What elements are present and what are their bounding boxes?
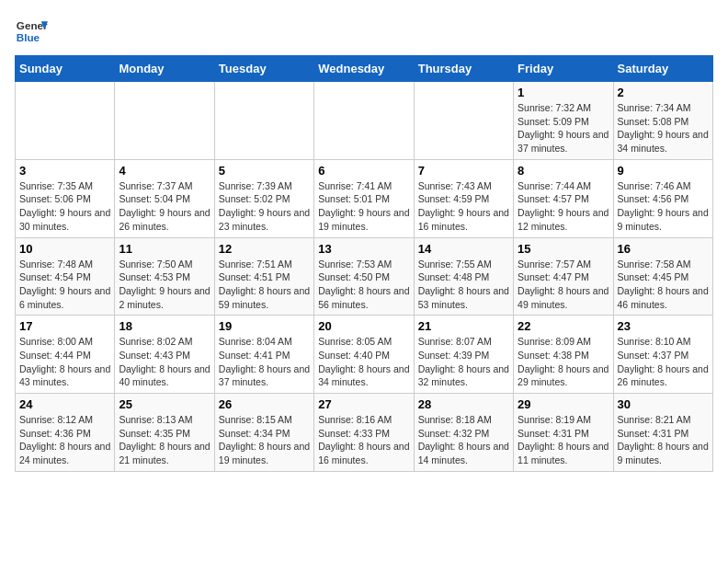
day-info: Sunrise: 7:50 AM Sunset: 4:53 PM Dayligh… bbox=[119, 258, 210, 312]
day-info: Sunrise: 7:58 AM Sunset: 4:45 PM Dayligh… bbox=[618, 258, 709, 312]
day-info: Sunrise: 8:07 AM Sunset: 4:39 PM Dayligh… bbox=[418, 335, 509, 389]
day-cell bbox=[314, 82, 414, 160]
day-cell: 5Sunrise: 7:39 AM Sunset: 5:02 PM Daylig… bbox=[214, 159, 313, 237]
header-row: SundayMondayTuesdayWednesdayThursdayFrid… bbox=[16, 56, 713, 82]
day-number: 3 bbox=[19, 164, 110, 178]
day-info: Sunrise: 7:48 AM Sunset: 4:54 PM Dayligh… bbox=[19, 258, 110, 312]
day-cell: 7Sunrise: 7:43 AM Sunset: 4:59 PM Daylig… bbox=[414, 159, 513, 237]
day-cell: 21Sunrise: 8:07 AM Sunset: 4:39 PM Dayli… bbox=[414, 316, 513, 394]
day-cell bbox=[214, 82, 313, 160]
day-cell: 26Sunrise: 8:15 AM Sunset: 4:34 PM Dayli… bbox=[214, 394, 313, 472]
day-number: 1 bbox=[518, 86, 609, 99]
day-info: Sunrise: 8:15 AM Sunset: 4:34 PM Dayligh… bbox=[219, 413, 310, 467]
page-header: General Blue bbox=[15, 15, 713, 48]
day-number: 17 bbox=[19, 319, 110, 333]
header-sunday: Sunday bbox=[16, 56, 115, 82]
day-number: 12 bbox=[219, 242, 310, 256]
day-cell: 12Sunrise: 7:51 AM Sunset: 4:51 PM Dayli… bbox=[214, 237, 313, 316]
day-number: 7 bbox=[418, 164, 509, 178]
day-number: 21 bbox=[418, 319, 509, 333]
day-number: 23 bbox=[618, 319, 709, 333]
day-number: 14 bbox=[418, 242, 509, 256]
day-cell: 25Sunrise: 8:13 AM Sunset: 4:35 PM Dayli… bbox=[115, 394, 214, 472]
header-friday: Friday bbox=[514, 56, 613, 82]
day-info: Sunrise: 8:12 AM Sunset: 4:36 PM Dayligh… bbox=[19, 413, 110, 467]
day-number: 29 bbox=[518, 397, 609, 411]
day-info: Sunrise: 7:55 AM Sunset: 4:48 PM Dayligh… bbox=[418, 258, 509, 312]
day-cell: 29Sunrise: 8:19 AM Sunset: 4:31 PM Dayli… bbox=[514, 394, 613, 472]
day-info: Sunrise: 8:04 AM Sunset: 4:41 PM Dayligh… bbox=[219, 335, 310, 389]
day-number: 11 bbox=[119, 242, 210, 256]
day-cell: 18Sunrise: 8:02 AM Sunset: 4:43 PM Dayli… bbox=[115, 316, 214, 394]
day-info: Sunrise: 7:34 AM Sunset: 5:08 PM Dayligh… bbox=[618, 101, 709, 155]
day-number: 9 bbox=[618, 164, 709, 178]
day-cell: 14Sunrise: 7:55 AM Sunset: 4:48 PM Dayli… bbox=[414, 237, 513, 316]
day-number: 8 bbox=[518, 164, 609, 178]
day-cell: 28Sunrise: 8:18 AM Sunset: 4:32 PM Dayli… bbox=[414, 394, 513, 472]
header-thursday: Thursday bbox=[414, 56, 513, 82]
day-info: Sunrise: 8:02 AM Sunset: 4:43 PM Dayligh… bbox=[119, 335, 210, 389]
day-cell: 16Sunrise: 7:58 AM Sunset: 4:45 PM Dayli… bbox=[613, 237, 712, 316]
day-info: Sunrise: 8:13 AM Sunset: 4:35 PM Dayligh… bbox=[119, 413, 210, 467]
day-number: 10 bbox=[19, 242, 110, 256]
day-number: 26 bbox=[219, 397, 310, 411]
day-number: 25 bbox=[119, 397, 210, 411]
day-number: 22 bbox=[518, 319, 609, 333]
week-row-1: 1Sunrise: 7:32 AM Sunset: 5:09 PM Daylig… bbox=[16, 82, 713, 160]
day-number: 4 bbox=[119, 164, 210, 178]
day-number: 24 bbox=[19, 397, 110, 411]
day-cell: 19Sunrise: 8:04 AM Sunset: 4:41 PM Dayli… bbox=[214, 316, 313, 394]
day-info: Sunrise: 8:16 AM Sunset: 4:33 PM Dayligh… bbox=[318, 413, 409, 467]
day-number: 18 bbox=[119, 319, 210, 333]
logo-icon: General Blue bbox=[15, 15, 48, 48]
day-info: Sunrise: 7:57 AM Sunset: 4:47 PM Dayligh… bbox=[518, 258, 609, 312]
day-cell bbox=[414, 82, 513, 160]
day-info: Sunrise: 8:09 AM Sunset: 4:38 PM Dayligh… bbox=[518, 335, 609, 389]
day-info: Sunrise: 8:10 AM Sunset: 4:37 PM Dayligh… bbox=[618, 335, 709, 389]
day-number: 13 bbox=[318, 242, 409, 256]
day-cell: 23Sunrise: 8:10 AM Sunset: 4:37 PM Dayli… bbox=[613, 316, 712, 394]
day-info: Sunrise: 7:39 AM Sunset: 5:02 PM Dayligh… bbox=[219, 179, 310, 234]
logo: General Blue bbox=[15, 15, 48, 48]
day-cell: 20Sunrise: 8:05 AM Sunset: 4:40 PM Dayli… bbox=[314, 316, 414, 394]
day-number: 20 bbox=[318, 319, 409, 333]
day-number: 15 bbox=[518, 242, 609, 256]
day-number: 27 bbox=[318, 397, 409, 411]
header-tuesday: Tuesday bbox=[214, 56, 313, 82]
day-info: Sunrise: 7:53 AM Sunset: 4:50 PM Dayligh… bbox=[318, 258, 409, 312]
day-info: Sunrise: 7:44 AM Sunset: 4:57 PM Dayligh… bbox=[518, 179, 609, 234]
day-info: Sunrise: 8:05 AM Sunset: 4:40 PM Dayligh… bbox=[318, 335, 409, 389]
day-info: Sunrise: 7:46 AM Sunset: 4:56 PM Dayligh… bbox=[618, 179, 709, 234]
day-number: 5 bbox=[219, 164, 310, 178]
day-number: 30 bbox=[618, 397, 709, 411]
day-info: Sunrise: 8:00 AM Sunset: 4:44 PM Dayligh… bbox=[19, 335, 110, 389]
day-cell: 24Sunrise: 8:12 AM Sunset: 4:36 PM Dayli… bbox=[16, 394, 115, 472]
svg-text:Blue: Blue bbox=[17, 31, 40, 43]
day-cell: 9Sunrise: 7:46 AM Sunset: 4:56 PM Daylig… bbox=[613, 159, 712, 237]
header-saturday: Saturday bbox=[613, 56, 712, 82]
day-cell: 1Sunrise: 7:32 AM Sunset: 5:09 PM Daylig… bbox=[514, 82, 613, 160]
day-cell bbox=[115, 82, 214, 160]
header-wednesday: Wednesday bbox=[314, 56, 414, 82]
day-cell: 3Sunrise: 7:35 AM Sunset: 5:06 PM Daylig… bbox=[16, 159, 115, 237]
day-number: 16 bbox=[618, 242, 709, 256]
day-cell: 11Sunrise: 7:50 AM Sunset: 4:53 PM Dayli… bbox=[115, 237, 214, 316]
calendar-table: SundayMondayTuesdayWednesdayThursdayFrid… bbox=[15, 55, 713, 472]
day-info: Sunrise: 7:35 AM Sunset: 5:06 PM Dayligh… bbox=[19, 179, 110, 234]
day-info: Sunrise: 7:41 AM Sunset: 5:01 PM Dayligh… bbox=[318, 179, 409, 234]
day-info: Sunrise: 7:37 AM Sunset: 5:04 PM Dayligh… bbox=[119, 179, 210, 234]
day-cell: 13Sunrise: 7:53 AM Sunset: 4:50 PM Dayli… bbox=[314, 237, 414, 316]
day-info: Sunrise: 7:43 AM Sunset: 4:59 PM Dayligh… bbox=[418, 179, 509, 234]
day-info: Sunrise: 8:19 AM Sunset: 4:31 PM Dayligh… bbox=[518, 413, 609, 467]
day-number: 19 bbox=[219, 319, 310, 333]
week-row-4: 17Sunrise: 8:00 AM Sunset: 4:44 PM Dayli… bbox=[16, 316, 713, 394]
day-cell: 27Sunrise: 8:16 AM Sunset: 4:33 PM Dayli… bbox=[314, 394, 414, 472]
day-cell: 4Sunrise: 7:37 AM Sunset: 5:04 PM Daylig… bbox=[115, 159, 214, 237]
day-cell: 8Sunrise: 7:44 AM Sunset: 4:57 PM Daylig… bbox=[514, 159, 613, 237]
day-cell bbox=[16, 82, 115, 160]
header-monday: Monday bbox=[115, 56, 214, 82]
day-info: Sunrise: 7:32 AM Sunset: 5:09 PM Dayligh… bbox=[518, 101, 609, 155]
day-cell: 10Sunrise: 7:48 AM Sunset: 4:54 PM Dayli… bbox=[16, 237, 115, 316]
day-info: Sunrise: 8:18 AM Sunset: 4:32 PM Dayligh… bbox=[418, 413, 509, 467]
day-cell: 17Sunrise: 8:00 AM Sunset: 4:44 PM Dayli… bbox=[16, 316, 115, 394]
